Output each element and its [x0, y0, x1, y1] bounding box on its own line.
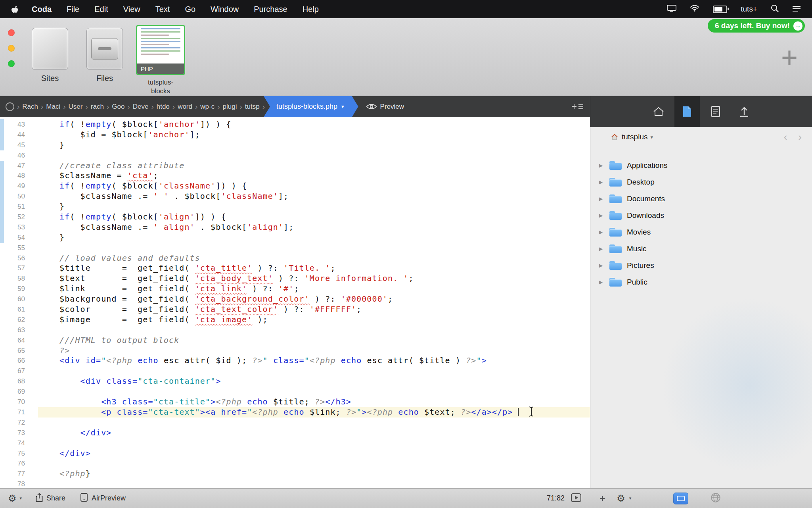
- breadcrumb-segment[interactable]: Deve: [133, 103, 149, 111]
- code-line[interactable]: 57$title = get_field( 'cta_title' ) ?: '…: [0, 263, 590, 273]
- code-line[interactable]: 77<?php}: [0, 469, 590, 479]
- code-line[interactable]: 64///HTML to output block: [0, 335, 590, 346]
- breadcrumb-segment[interactable]: htdo: [157, 103, 170, 111]
- disclosure-icon[interactable]: ▶: [599, 229, 606, 235]
- buy-now-badge[interactable]: 6 days left. Buy now! →: [708, 19, 805, 33]
- code-line[interactable]: 59$link = get_field( 'cta_link' ) ?: '#'…: [0, 284, 590, 294]
- close-button[interactable]: [8, 29, 15, 36]
- code-line[interactable]: 76: [0, 458, 590, 469]
- code-line[interactable]: 53 $className .= ' align' . $block['alig…: [0, 222, 590, 233]
- code-line[interactable]: 43if( !empty( $block['anchor']) ) {: [0, 119, 590, 130]
- tab-tutsplus-blocks-php[interactable]: tutsplus-blocks.php ▾: [264, 96, 358, 117]
- files-button[interactable]: Files: [81, 28, 128, 83]
- breadcrumb-segment[interactable]: tutsp: [245, 103, 260, 111]
- sidebar-tab-home[interactable]: [647, 100, 670, 123]
- wifi-icon[interactable]: [690, 4, 699, 14]
- code-editor[interactable]: 43if( !empty( $block['anchor']) ) {44 $i…: [0, 117, 590, 488]
- folder-row[interactable]: ▶Movies: [590, 224, 812, 241]
- code-line[interactable]: 65?>: [0, 346, 590, 356]
- split-editor-icon[interactable]: [570, 102, 584, 113]
- code-line[interactable]: 56// load values and defaults: [0, 253, 590, 264]
- menu-item[interactable]: Edit: [94, 5, 108, 14]
- code-line[interactable]: 50 $className .= ' ' . $block['className…: [0, 191, 590, 202]
- code-line[interactable]: 75</div>: [0, 448, 590, 459]
- gear-icon[interactable]: ⚙: [8, 493, 17, 504]
- code-line[interactable]: 62$image = get_field( 'cta_image' );: [0, 315, 590, 325]
- local-view-button[interactable]: [673, 493, 688, 504]
- menu-item[interactable]: Go: [185, 5, 195, 14]
- folder-row[interactable]: ▶Public: [590, 274, 812, 291]
- code-line[interactable]: 46: [0, 150, 590, 161]
- goto-line-icon[interactable]: [571, 493, 581, 504]
- battery-icon[interactable]: [713, 6, 727, 13]
- breadcrumb-segment[interactable]: Goo: [112, 103, 124, 111]
- breadcrumb-segment[interactable]: Rach: [22, 103, 38, 111]
- share-icon[interactable]: [35, 493, 43, 504]
- site-selector[interactable]: tutsplus ▾ ‹ ›: [590, 127, 812, 147]
- disclosure-icon[interactable]: ▶: [599, 213, 606, 218]
- share-label[interactable]: Share: [46, 494, 65, 502]
- code-line[interactable]: 68 <div class="cta-container">: [0, 376, 590, 387]
- breadcrumb-segment[interactable]: word: [178, 103, 192, 111]
- code-line[interactable]: 44 $id = $block['anchor'];: [0, 130, 590, 140]
- code-line[interactable]: 66<div id="<?php echo esc_attr( $id ); ?…: [0, 356, 590, 366]
- code-line[interactable]: 61$color = get_field( 'cta_text_color' )…: [0, 304, 590, 315]
- code-line[interactable]: 71 <p class="cta-text"><a href="<?php ec…: [0, 407, 590, 418]
- code-line[interactable]: 49if( !empty( $block['className']) ) {: [0, 181, 590, 191]
- breadcrumb-segment[interactable]: Maci: [46, 103, 60, 111]
- app-menu-coda[interactable]: Coda: [32, 5, 52, 14]
- menu-item[interactable]: Purchase: [254, 5, 287, 14]
- disclosure-icon[interactable]: ▶: [599, 263, 606, 268]
- breadcrumb-segment[interactable]: wp-c: [200, 103, 214, 111]
- remote-globe-icon[interactable]: [710, 493, 721, 504]
- sidebar-tab-files[interactable]: [674, 96, 700, 127]
- menu-item[interactable]: Text: [155, 5, 170, 14]
- disclosure-icon[interactable]: ▶: [599, 179, 606, 185]
- code-line[interactable]: 72: [0, 418, 590, 428]
- menu-item[interactable]: Window: [211, 5, 239, 14]
- code-line[interactable]: 48$className = 'cta';: [0, 171, 590, 181]
- open-file-tutsplus-blocks[interactable]: PHP tutsplus-blocks: [135, 25, 186, 96]
- code-line[interactable]: 45}: [0, 140, 590, 150]
- forward-button[interactable]: ›: [798, 131, 802, 143]
- back-button[interactable]: ‹: [784, 131, 787, 143]
- gear-icon[interactable]: ⚙: [617, 493, 625, 504]
- airpreview-icon[interactable]: [80, 493, 88, 504]
- disclosure-icon[interactable]: ▶: [599, 246, 606, 252]
- disclosure-icon[interactable]: ▶: [599, 163, 606, 168]
- breadcrumb-segment[interactable]: plugi: [223, 103, 237, 111]
- breadcrumb-segment[interactable]: rach: [91, 103, 104, 111]
- code-line[interactable]: 51}: [0, 202, 590, 212]
- menu-list-icon[interactable]: [792, 5, 801, 14]
- folder-row[interactable]: ▶Documents: [590, 190, 812, 207]
- folder-row[interactable]: ▶Desktop: [590, 174, 812, 190]
- menu-item[interactable]: File: [67, 5, 79, 14]
- menu-account[interactable]: tuts+: [741, 5, 757, 13]
- apple-menu[interactable]: [11, 5, 18, 13]
- sidebar-tab-clips[interactable]: [705, 100, 727, 123]
- airpreview-label[interactable]: AirPreview: [92, 494, 126, 502]
- sites-button[interactable]: Sites: [26, 28, 74, 83]
- code-line[interactable]: 58$text = get_field( 'cta_body_text' ) ?…: [0, 273, 590, 284]
- code-line[interactable]: 70 <h3 class="cta-title"><?php echo $tit…: [0, 397, 590, 407]
- cursor-position[interactable]: 71:82: [547, 494, 565, 502]
- code-line[interactable]: 47//create class attribute: [0, 161, 590, 171]
- code-line[interactable]: 52if( !empty( $block['align']) ) {: [0, 212, 590, 222]
- folder-row[interactable]: ▶Pictures: [590, 257, 812, 274]
- code-line[interactable]: 60$background = get_field( 'cta_backgrou…: [0, 294, 590, 304]
- disclosure-icon[interactable]: ▶: [599, 279, 606, 285]
- menu-item[interactable]: Help: [303, 5, 319, 14]
- screen-mirroring-icon[interactable]: [667, 5, 676, 14]
- folder-row[interactable]: ▶Downloads: [590, 207, 812, 224]
- code-line[interactable]: 74: [0, 438, 590, 448]
- preview-button[interactable]: Preview: [366, 103, 404, 111]
- folder-row[interactable]: ▶Music: [590, 241, 812, 257]
- root-circle-icon[interactable]: [6, 102, 14, 111]
- code-line[interactable]: 63: [0, 325, 590, 335]
- code-line[interactable]: 54}: [0, 233, 590, 243]
- code-line[interactable]: 55: [0, 243, 590, 253]
- folder-row[interactable]: ▶Applications: [590, 157, 812, 174]
- code-line[interactable]: 67: [0, 366, 590, 376]
- add-file-button[interactable]: +: [599, 492, 605, 504]
- sidebar-tab-publish[interactable]: [733, 100, 755, 123]
